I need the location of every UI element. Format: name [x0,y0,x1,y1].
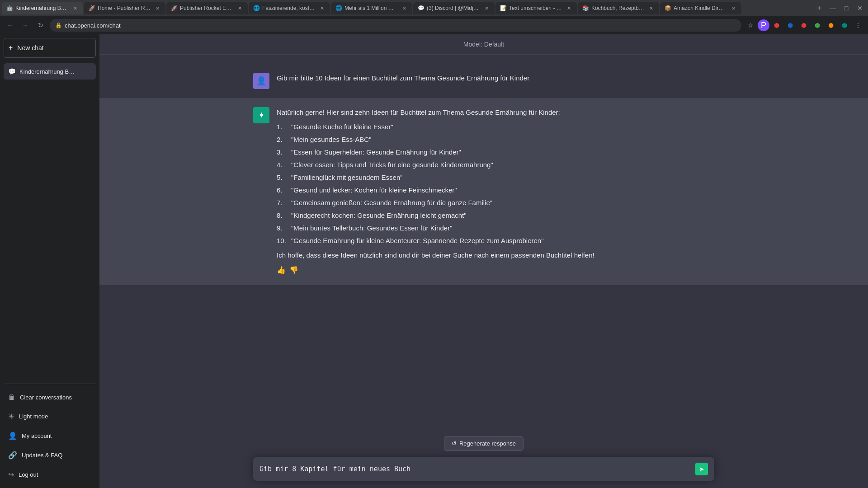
tab-close-button[interactable]: ✕ [401,5,408,12]
sidebar-item-icon: ☀ [8,412,14,421]
list-number: 5. [277,172,288,183]
send-icon: ➤ [699,465,704,473]
tab-favicon: 🚀 [171,5,177,11]
list-item: 4. "Clever essen: Tipps und Tricks für e… [277,160,714,170]
profile-icon[interactable]: P [758,19,769,31]
browser-tab[interactable]: 🚀 Publisher Rocket Erfo... ✕ [166,2,248,14]
tab-close-button[interactable]: ✕ [483,5,490,12]
chat-input[interactable] [259,464,691,474]
tab-bar: 🤖 Kinderernährung Buc... ✕ 🚀 Home - Publ… [0,0,868,16]
regenerate-btn-container: ↺ Regenerate response [253,436,714,451]
list-text: "Familienglück mit gesundem Essen" [291,172,403,183]
list-number: 10. [277,235,288,246]
chat-item-title: Kinderernährung Buchti [19,68,75,75]
browser-tab[interactable]: 📚 Kochbuch, Rezeptbu... ✕ [578,2,659,14]
message-text: Gib mir bitte 10 Ideen für einen Buchtit… [277,73,714,84]
tab-close-button[interactable]: ✕ [647,5,655,12]
tab-title: (3) Discord | @Midjo... [427,5,480,11]
send-button[interactable]: ➤ [695,463,708,475]
chat-icon: 💬 [8,68,16,75]
edit-icon[interactable]: ✏ [79,68,84,75]
browser-tab[interactable]: 📦 Amazon Kindle Direc... ✕ [660,2,741,14]
extension-icon-1[interactable]: ⬢ [770,19,783,32]
delete-icon[interactable]: 🗑 [85,68,91,75]
sidebar-item-label: Log out [19,471,38,478]
book-title-list: 1. "Gesunde Küche für kleine Esser" 2. "… [277,122,714,246]
thumbs-down-button[interactable]: 👎 [289,264,298,276]
message-assistant: ✦ Natürlich gerne! Hier sind zehn Ideen … [99,98,868,285]
input-area: ➤ [253,457,714,481]
list-number: 9. [277,223,288,234]
extension-icon-4[interactable]: ⬢ [811,19,824,32]
message-outro: Ich hoffe, dass diese Ideen nützlich sin… [277,250,714,261]
list-number: 3. [277,147,288,158]
tab-title: Faszinierende, kostenl... [262,5,316,11]
close-button[interactable]: ✕ [854,2,866,14]
forward-button[interactable]: → [19,19,32,32]
browser-tab[interactable]: 🚀 Home - Publisher Roc... ✕ [84,2,165,14]
chat-history-item[interactable]: 💬 Kinderernährung Buchti ✏ 🗑 [4,63,96,80]
tab-title: Mehr als 1 Million Gr... [344,5,398,11]
thumbs-up-button[interactable]: 👍 [277,264,286,276]
extension-icon-2[interactable]: ⬢ [784,19,797,32]
tab-title: Amazon Kindle Direc... [674,5,727,11]
tab-close-button[interactable]: ✕ [565,5,572,12]
message-actions: 👍 👎 [277,264,714,276]
tab-close-button[interactable]: ✕ [71,5,79,12]
chat-history: 💬 Kinderernährung Buchti ✏ 🗑 [4,63,96,384]
browser-chrome: 🤖 Kinderernährung Buc... ✕ 🚀 Home - Publ… [0,0,868,34]
message-intro: Natürlich gerne! Hier sind zehn Ideen fü… [277,107,714,118]
sidebar: + New chat 💬 Kinderernährung Buchti ✏ 🗑 … [0,34,99,488]
new-tab-button[interactable]: + [813,2,826,14]
regenerate-button[interactable]: ↺ Regenerate response [444,436,524,451]
tab-close-button[interactable]: ✕ [730,5,737,12]
bottom-area: ↺ Regenerate response ➤ [99,429,868,488]
toolbar-icons: ☆ P ⬢ ⬢ ⬢ ⬢ ⬢ ⬢ ⋮ [744,19,864,32]
tab-title: Text umschreiben - B... [509,5,562,11]
list-item: 8. "Kindgerecht kochen: Gesunde Ernährun… [277,210,714,221]
tab-favicon: 📚 [582,5,589,11]
tab-close-button[interactable]: ✕ [154,5,161,12]
sidebar-bottom-item-b5[interactable]: ↪ Log out [4,465,96,484]
back-button[interactable]: ← [4,19,16,32]
list-text: "Clever essen: Tipps und Tricks für eine… [291,160,493,170]
sidebar-bottom-item-b3[interactable]: 👤 My account [4,426,96,446]
new-chat-button[interactable]: + New chat [4,38,96,58]
bookmark-icon[interactable]: ☆ [744,19,757,32]
regenerate-label: Regenerate response [459,440,516,447]
refresh-button[interactable]: ↻ [34,19,47,32]
extension-icon-3[interactable]: ⬢ [797,19,810,32]
sidebar-bottom-item-b4[interactable]: 🔗 Updates & FAQ [4,446,96,465]
sidebar-item-icon: ↪ [8,470,14,479]
message-user: 👤 Gib mir bitte 10 Ideen für einen Bucht… [99,64,868,98]
list-text: "Gemeinsam genießen: Gesunde Ernährung f… [291,197,492,208]
url-bar[interactable]: 🔒 chat.openai.com/chat [50,19,741,32]
message-content: Gib mir bitte 10 Ideen für einen Buchtit… [277,73,714,89]
list-item: 1. "Gesunde Küche für kleine Esser" [277,122,714,132]
tab-title: Publisher Rocket Erfo... [180,5,233,11]
list-number: 6. [277,185,288,196]
list-text: "Gesunde Küche für kleine Esser" [291,122,393,132]
plus-icon: + [9,44,13,52]
tab-close-button[interactable]: ✕ [318,5,326,12]
list-number: 2. [277,134,288,145]
list-text: "Mein buntes Tellerbuch: Gesundes Essen … [291,223,452,234]
app: + New chat 💬 Kinderernährung Buchti ✏ 🗑 … [0,34,868,488]
browser-tab[interactable]: 📝 Text umschreiben - B... ✕ [495,2,577,14]
extension-icon-5[interactable]: ⬢ [825,19,837,32]
list-text: "Mein gesundes Ess-ABC" [291,134,371,145]
browser-tab[interactable]: 🌐 Mehr als 1 Million Gr... ✕ [331,2,412,14]
sidebar-bottom-item-b1[interactable]: 🗑 Clear conversations [4,388,96,407]
sidebar-bottom-item-b2[interactable]: ☀ Light mode [4,407,96,426]
maximize-button[interactable]: □ [840,2,853,14]
browser-tab[interactable]: 🌐 Faszinierende, kostenl... ✕ [249,2,330,14]
browser-tab[interactable]: 💬 (3) Discord | @Midjo... ✕ [413,2,495,14]
browser-tab[interactable]: 🤖 Kinderernährung Buc... ✕ [2,2,83,14]
regenerate-icon: ↺ [452,440,457,447]
tab-favicon: 🌐 [335,5,342,11]
main-content: Model: Default 👤 Gib mir bitte 10 Ideen … [99,34,868,488]
extension-icon-6[interactable]: ⬢ [838,19,851,32]
extension-icon-7[interactable]: ⋮ [852,19,864,32]
minimize-button[interactable]: — [826,2,839,14]
tab-close-button[interactable]: ✕ [236,5,243,12]
